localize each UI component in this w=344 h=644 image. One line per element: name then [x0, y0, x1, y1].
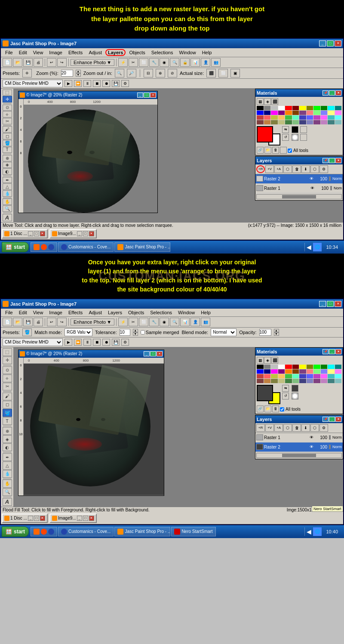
tool-fill[interactable]: 🪣: [3, 140, 12, 146]
color-btn1[interactable]: [300, 126, 307, 133]
color-cell[interactable]: [321, 365, 328, 369]
materials-pin[interactable]: 📌: [322, 90, 329, 96]
color-cell[interactable]: [271, 365, 278, 369]
win2-menu-layers[interactable]: Layers: [105, 310, 125, 316]
layers-close[interactable]: ✕: [335, 158, 341, 163]
win2-maximize-btn[interactable]: □: [327, 301, 334, 307]
win2-tool-pen[interactable]: ✒: [3, 453, 12, 461]
taskbar2-icons[interactable]: [31, 527, 57, 536]
win2-tool5[interactable]: ◉: [160, 318, 169, 326]
win2-new-adjust-layer-btn[interactable]: +A: [274, 424, 283, 432]
color-cell[interactable]: [307, 369, 313, 374]
win2-opacity-down[interactable]: ▼: [274, 332, 279, 336]
win2-image9-min[interactable]: _: [77, 516, 82, 521]
win2-tool-a[interactable]: A: [3, 498, 12, 506]
zoom-out-btn[interactable]: 🔍: [115, 69, 124, 77]
win2-reset-colors[interactable]: ↺: [282, 393, 289, 399]
color-cell[interactable]: [335, 115, 342, 120]
win2-layer-raster1-row[interactable]: Raster 1 👁 100 Norm: [255, 433, 343, 443]
color-cell[interactable]: [321, 106, 328, 110]
color-cell[interactable]: [299, 374, 306, 378]
delete-layer-btn[interactable]: 🗑: [292, 165, 301, 173]
zoom-extra-btn1[interactable]: ⊟: [144, 69, 153, 77]
zoom-down[interactable]: ▼: [76, 73, 81, 77]
tool-sharpen[interactable]: ◈: [3, 162, 12, 168]
palette-tab-sliders[interactable]: ◈: [264, 98, 271, 105]
win2-layers-close[interactable]: ✕: [335, 417, 341, 422]
win2-script-rec[interactable]: ⏺: [102, 339, 110, 346]
win2-script-play[interactable]: ▶: [64, 339, 72, 346]
zoom-in-btn[interactable]: 🔎: [127, 69, 136, 77]
color-cell[interactable]: [335, 111, 342, 115]
color-cell[interactable]: [278, 374, 285, 378]
win2-new-raster-layer-btn[interactable]: +R: [256, 424, 265, 432]
sub-win1-close[interactable]: ✕: [150, 93, 156, 98]
tools-btn1[interactable]: ⚡: [118, 58, 128, 67]
taskbar-paintshop[interactable]: Jasc Paint Shop Pro - ...: [114, 242, 170, 252]
win2-color-mode-1[interactable]: [292, 385, 298, 392]
tool-eraser[interactable]: ◻: [3, 133, 12, 139]
win2-tool-select[interactable]: ⬚: [3, 348, 12, 356]
color-cell[interactable]: [292, 379, 299, 383]
win2-delete-layer-btn[interactable]: 🗑: [292, 424, 301, 432]
color-mode-1[interactable]: [292, 126, 298, 133]
color-cell[interactable]: [321, 379, 328, 383]
materials-close[interactable]: ✕: [335, 90, 341, 96]
win2-materials-min[interactable]: _: [329, 349, 335, 354]
color-cell[interactable]: [257, 374, 264, 378]
win2-opacity-input[interactable]: [259, 329, 271, 336]
all-tools-checkbox[interactable]: [288, 149, 292, 153]
color-cell[interactable]: [292, 111, 299, 115]
win2-palette-tab-swatches[interactable]: ▦: [257, 357, 264, 364]
duplicate-layer-btn[interactable]: ⬡: [283, 165, 292, 173]
merge-down-btn[interactable]: ⬇: [301, 165, 310, 173]
win2-palette-tab-grid[interactable]: ⬛: [271, 357, 278, 364]
win2-image9-close[interactable]: ✕: [89, 516, 94, 521]
win2-tool-crop[interactable]: ✂: [3, 383, 12, 390]
actual-size-btn3[interactable]: ▣: [230, 69, 240, 77]
sub-taskbar-image9[interactable]: Image9... _ □ ✕: [49, 229, 97, 238]
tool-a[interactable]: A: [3, 214, 12, 221]
win2-layer-raster1-eye[interactable]: 👁: [308, 434, 314, 440]
sub-win2-max[interactable]: □: [150, 351, 156, 356]
zoom-input[interactable]: [61, 70, 73, 77]
taskbar2-arrow[interactable]: ◀: [307, 528, 311, 535]
sub-taskbar-1disc-min[interactable]: _: [28, 231, 33, 236]
start-btn-1[interactable]: 🪟 start: [2, 242, 29, 252]
layers-pin[interactable]: 📌: [322, 158, 329, 163]
win2-foreground-color[interactable]: [257, 385, 273, 401]
color-cell[interactable]: [257, 120, 264, 124]
sub-taskbar-1disc-max[interactable]: □: [34, 231, 39, 236]
win2-1disc-min[interactable]: _: [28, 516, 33, 521]
tool-pen[interactable]: ✒: [3, 177, 12, 183]
tool-lasso[interactable]: ⊙: [3, 105, 12, 111]
color-cell[interactable]: [307, 115, 313, 120]
win2-menu-file[interactable]: File: [3, 310, 15, 316]
actual-size-btn1[interactable]: ⬛: [206, 69, 216, 77]
color-cell[interactable]: [271, 369, 278, 374]
color-cell[interactable]: [292, 115, 299, 120]
win2-swap-colors[interactable]: ⇆: [282, 385, 289, 392]
win2-layers-pin[interactable]: 📌: [322, 417, 329, 422]
win2-enhance-photo-btn[interactable]: Enhance Photo ▼: [71, 319, 114, 325]
color-cell[interactable]: [313, 369, 320, 374]
color-cell[interactable]: [328, 115, 335, 120]
win2-tool9[interactable]: 👥: [201, 318, 210, 326]
sub-taskbar-image9-max[interactable]: □: [83, 231, 88, 236]
win2-sub-taskbar-1disc[interactable]: 1 Disc ... _ □ ✕: [2, 514, 48, 523]
color-cell[interactable]: [264, 111, 271, 115]
tools-btn2[interactable]: ✂: [129, 58, 138, 67]
foreground-color[interactable]: [257, 126, 273, 142]
win2-script-step[interactable]: ⏩: [74, 339, 82, 346]
color-cell[interactable]: [264, 369, 271, 374]
win2-open-btn[interactable]: 📂: [13, 318, 22, 326]
color-cell[interactable]: [257, 111, 264, 115]
menu-effects[interactable]: Effects: [66, 50, 85, 56]
sub-taskbar-image9-close[interactable]: ✕: [89, 231, 94, 236]
color-cell[interactable]: [264, 106, 271, 110]
win2-blend-mode[interactable]: Normal: [211, 328, 236, 336]
color-cell[interactable]: [313, 120, 320, 124]
sub-win2-min[interactable]: _: [144, 351, 150, 356]
color-cell[interactable]: [292, 374, 299, 378]
new-btn[interactable]: 📄: [3, 58, 12, 67]
